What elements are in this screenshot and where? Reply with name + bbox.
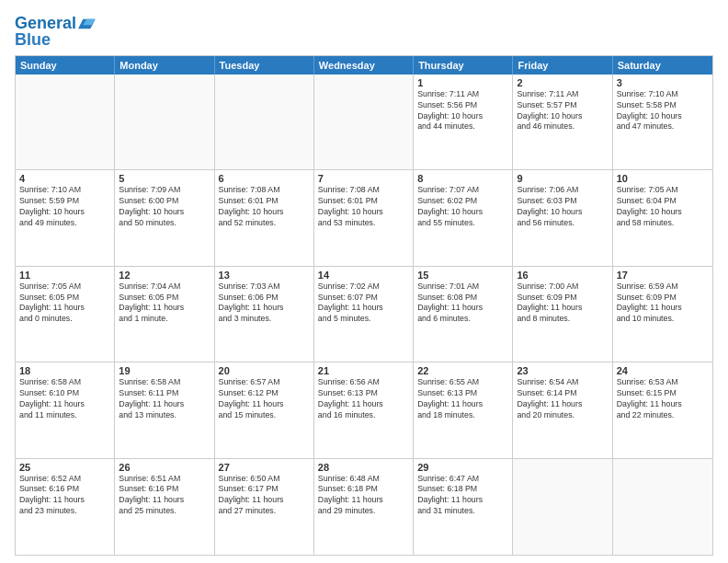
header-day-monday: Monday [115,56,214,75]
day-info: Sunrise: 7:02 AMSunset: 6:07 PMDaylight:… [318,282,409,326]
day-info: Sunrise: 6:58 AMSunset: 6:11 PMDaylight:… [119,377,210,421]
day-info: Sunrise: 6:59 AMSunset: 6:09 PMDaylight:… [617,282,709,326]
day-number: 18 [19,365,110,376]
day-number: 24 [617,365,709,376]
day-info: Sunrise: 7:11 AMSunset: 5:57 PMDaylight:… [517,89,608,133]
calendar-row-4: 18Sunrise: 6:58 AMSunset: 6:10 PMDayligh… [16,362,712,458]
day-info: Sunrise: 7:03 AMSunset: 6:06 PMDaylight:… [219,282,310,326]
day-info: Sunrise: 6:52 AMSunset: 6:16 PMDaylight:… [19,474,110,518]
day-cell-14: 14Sunrise: 7:02 AMSunset: 6:07 PMDayligh… [314,267,414,362]
page: General Blue SundayMondayTuesdayWednesda… [0,0,728,563]
day-info: Sunrise: 7:11 AMSunset: 5:56 PMDaylight:… [417,89,508,133]
day-number: 6 [219,173,310,184]
day-info: Sunrise: 7:04 AMSunset: 6:05 PMDaylight:… [119,282,210,326]
day-number: 1 [417,77,508,88]
day-info: Sunrise: 7:05 AMSunset: 6:04 PMDaylight:… [617,185,709,229]
day-number: 7 [318,173,409,184]
day-cell-13: 13Sunrise: 7:03 AMSunset: 6:06 PMDayligh… [215,267,314,362]
day-number: 5 [119,173,210,184]
day-info: Sunrise: 7:06 AMSunset: 6:03 PMDaylight:… [517,185,608,229]
day-cell-9: 9Sunrise: 7:06 AMSunset: 6:03 PMDaylight… [513,170,612,265]
logo-icon [78,15,97,33]
calendar-body: 1Sunrise: 7:11 AMSunset: 5:56 PMDaylight… [16,75,712,555]
header: General Blue [15,11,713,50]
day-number: 12 [119,270,210,281]
day-cell-4: 4Sunrise: 7:10 AMSunset: 5:59 PMDaylight… [16,170,115,265]
day-number: 23 [517,365,608,376]
calendar-row-2: 4Sunrise: 7:10 AMSunset: 5:59 PMDaylight… [16,170,712,266]
day-number: 22 [417,365,508,376]
day-number: 8 [417,173,508,184]
day-number: 29 [417,462,508,473]
day-info: Sunrise: 7:01 AMSunset: 6:08 PMDaylight:… [417,282,508,326]
day-number: 19 [119,365,210,376]
day-info: Sunrise: 7:10 AMSunset: 5:59 PMDaylight:… [19,185,110,229]
day-number: 27 [219,462,310,473]
day-info: Sunrise: 6:56 AMSunset: 6:13 PMDaylight:… [318,377,409,421]
header-day-thursday: Thursday [414,56,513,75]
logo: General Blue [15,15,97,50]
day-cell-29: 29Sunrise: 6:47 AMSunset: 6:18 PMDayligh… [414,459,513,555]
empty-cell [613,459,712,555]
day-cell-18: 18Sunrise: 6:58 AMSunset: 6:10 PMDayligh… [16,362,115,457]
empty-cell [115,75,214,169]
day-info: Sunrise: 6:53 AMSunset: 6:15 PMDaylight:… [617,377,709,421]
calendar-row-3: 11Sunrise: 7:05 AMSunset: 6:05 PMDayligh… [16,267,712,362]
day-info: Sunrise: 6:54 AMSunset: 6:14 PMDaylight:… [517,377,608,421]
day-info: Sunrise: 7:10 AMSunset: 5:58 PMDaylight:… [617,89,709,133]
day-number: 10 [617,173,709,184]
day-cell-15: 15Sunrise: 7:01 AMSunset: 6:08 PMDayligh… [414,267,513,362]
day-cell-6: 6Sunrise: 7:08 AMSunset: 6:01 PMDaylight… [215,170,314,265]
day-info: Sunrise: 6:47 AMSunset: 6:18 PMDaylight:… [417,474,508,518]
calendar-header: SundayMondayTuesdayWednesdayThursdayFrid… [16,56,712,75]
day-cell-10: 10Sunrise: 7:05 AMSunset: 6:04 PMDayligh… [613,170,712,265]
day-cell-7: 7Sunrise: 7:08 AMSunset: 6:01 PMDaylight… [314,170,414,265]
day-number: 13 [219,270,310,281]
day-number: 28 [318,462,409,473]
day-info: Sunrise: 7:05 AMSunset: 6:05 PMDaylight:… [19,282,110,326]
day-cell-5: 5Sunrise: 7:09 AMSunset: 6:00 PMDaylight… [115,170,214,265]
header-day-sunday: Sunday [16,56,115,75]
empty-cell [215,75,314,169]
day-info: Sunrise: 6:55 AMSunset: 6:13 PMDaylight:… [417,377,508,421]
day-number: 3 [617,77,709,88]
day-cell-23: 23Sunrise: 6:54 AMSunset: 6:14 PMDayligh… [513,362,612,457]
day-number: 16 [517,270,608,281]
day-number: 4 [19,173,110,184]
day-number: 2 [517,77,608,88]
day-cell-11: 11Sunrise: 7:05 AMSunset: 6:05 PMDayligh… [16,267,115,362]
day-number: 14 [318,270,409,281]
header-day-tuesday: Tuesday [215,56,314,75]
day-info: Sunrise: 7:00 AMSunset: 6:09 PMDaylight:… [517,282,608,326]
day-cell-19: 19Sunrise: 6:58 AMSunset: 6:11 PMDayligh… [115,362,214,457]
day-info: Sunrise: 6:51 AMSunset: 6:16 PMDaylight:… [119,474,210,518]
empty-cell [314,75,414,169]
calendar: SundayMondayTuesdayWednesdayThursdayFrid… [15,55,713,556]
empty-cell [513,459,612,555]
day-cell-17: 17Sunrise: 6:59 AMSunset: 6:09 PMDayligh… [613,267,712,362]
day-info: Sunrise: 7:09 AMSunset: 6:00 PMDaylight:… [119,185,210,229]
logo-text-line2: Blue [15,31,97,50]
day-cell-21: 21Sunrise: 6:56 AMSunset: 6:13 PMDayligh… [314,362,414,457]
day-cell-28: 28Sunrise: 6:48 AMSunset: 6:18 PMDayligh… [314,459,414,555]
header-day-friday: Friday [513,56,612,75]
day-cell-26: 26Sunrise: 6:51 AMSunset: 6:16 PMDayligh… [115,459,214,555]
day-info: Sunrise: 6:57 AMSunset: 6:12 PMDaylight:… [219,377,310,421]
day-cell-16: 16Sunrise: 7:00 AMSunset: 6:09 PMDayligh… [513,267,612,362]
day-cell-12: 12Sunrise: 7:04 AMSunset: 6:05 PMDayligh… [115,267,214,362]
day-cell-27: 27Sunrise: 6:50 AMSunset: 6:17 PMDayligh… [215,459,314,555]
day-number: 9 [517,173,608,184]
header-day-saturday: Saturday [613,56,712,75]
empty-cell [16,75,115,169]
day-cell-2: 2Sunrise: 7:11 AMSunset: 5:57 PMDaylight… [513,75,612,169]
header-day-wednesday: Wednesday [314,56,414,75]
day-info: Sunrise: 7:08 AMSunset: 6:01 PMDaylight:… [318,185,409,229]
day-number: 21 [318,365,409,376]
day-number: 15 [417,270,508,281]
day-info: Sunrise: 6:58 AMSunset: 6:10 PMDaylight:… [19,377,110,421]
calendar-row-1: 1Sunrise: 7:11 AMSunset: 5:56 PMDaylight… [16,75,712,170]
day-number: 11 [19,270,110,281]
day-cell-3: 3Sunrise: 7:10 AMSunset: 5:58 PMDaylight… [613,75,712,169]
day-info: Sunrise: 7:07 AMSunset: 6:02 PMDaylight:… [417,185,508,229]
day-number: 25 [19,462,110,473]
